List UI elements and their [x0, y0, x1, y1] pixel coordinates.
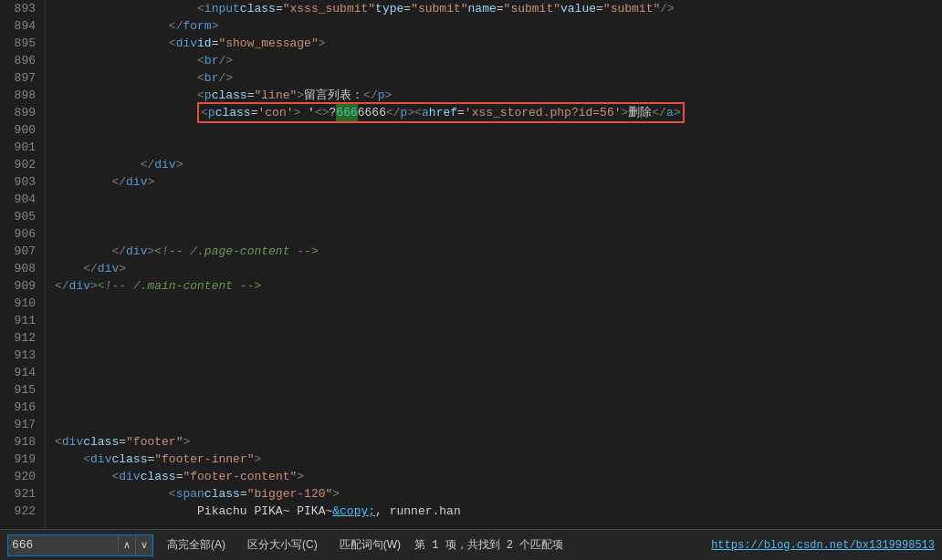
ln-897: 897: [7, 69, 36, 87]
find-complete-button[interactable]: 高完全部(A): [159, 534, 234, 556]
ln-896: 896: [7, 52, 36, 69]
code-line-913: [55, 347, 942, 364]
find-word-button[interactable]: 匹配词句(W): [331, 534, 409, 556]
ln-917: 917: [7, 416, 36, 433]
ln-900: 900: [7, 121, 36, 139]
ln-913: 913: [7, 347, 36, 364]
code-line-920: <div class="footer-content">: [55, 468, 942, 485]
code-line-904: [55, 191, 942, 208]
ln-908: 908: [7, 260, 36, 277]
ln-898: 898: [7, 87, 36, 104]
code-line-922: Pikachu PIKA~ PIKA~&copy;, runner.han: [55, 503, 942, 520]
code-line-911: [55, 312, 942, 329]
ln-920: 920: [7, 468, 36, 485]
code-line-896: <br />: [55, 52, 942, 69]
ln-912: 912: [7, 329, 36, 347]
code-line-903: </div>: [55, 173, 942, 191]
ln-907: 907: [7, 243, 36, 260]
code-line-907: </div><!-- /.page-content -->: [55, 243, 942, 260]
find-status: 第 1 项，共找到 2 个匹配项: [414, 537, 563, 553]
code-content: <input class="xsss_submit" type="submit"…: [46, 0, 942, 529]
code-line-905: [55, 208, 942, 225]
find-next-button[interactable]: ∨: [135, 535, 152, 555]
ln-901: 901: [7, 139, 36, 156]
ln-902: 902: [7, 156, 36, 173]
code-line-918: <div class="footer">: [55, 433, 942, 451]
ln-905: 905: [7, 208, 36, 225]
ln-906: 906: [7, 225, 36, 243]
find-prev-button[interactable]: ∧: [118, 535, 135, 555]
ln-919: 919: [7, 451, 36, 468]
code-line-914: [55, 364, 942, 381]
ln-916: 916: [7, 399, 36, 416]
ln-899: 899: [7, 104, 36, 121]
code-line-902: </div>: [55, 156, 942, 173]
code-line-915: [55, 381, 942, 399]
ln-914: 914: [7, 364, 36, 381]
code-line-909: </div><!-- /.main-content -->: [55, 277, 942, 295]
find-input-wrapper[interactable]: ∧ ∨: [7, 534, 153, 556]
find-case-button[interactable]: 区分大小写(C): [239, 534, 326, 556]
line-numbers: 893 894 895 896 897 898 899 900 901 902 …: [0, 0, 46, 529]
ln-893: 893: [7, 0, 36, 17]
code-line-899: <p class='con'> '<>?6666666</p><a href='…: [55, 104, 942, 121]
find-bar: ∧ ∨ 高完全部(A) 区分大小写(C) 匹配词句(W) 第 1 项，共找到 2…: [0, 529, 942, 560]
ln-910: 910: [7, 295, 36, 312]
ln-918: 918: [7, 433, 36, 451]
ln-921: 921: [7, 485, 36, 503]
ln-904: 904: [7, 191, 36, 208]
code-line-901: [55, 139, 942, 156]
code-line-893: <input class="xsss_submit" type="submit"…: [55, 0, 942, 17]
code-line-916: [55, 399, 942, 416]
code-line-894: </form>: [55, 17, 942, 35]
ln-922: 922: [7, 503, 36, 520]
code-line-908: </div>: [55, 260, 942, 277]
ln-915: 915: [7, 381, 36, 399]
code-line-897: <br />: [55, 69, 942, 87]
code-line-919: <div class="footer-inner">: [55, 451, 942, 468]
ln-903: 903: [7, 173, 36, 191]
code-line-910: [55, 295, 942, 312]
code-line-900: [55, 121, 942, 139]
code-line-917: [55, 416, 942, 433]
editor-area: 893 894 895 896 897 898 899 900 901 902 …: [0, 0, 942, 529]
code-line-906: [55, 225, 942, 243]
code-line-912: [55, 329, 942, 347]
code-line-895: <div id="show_message">: [55, 35, 942, 52]
find-input[interactable]: [8, 535, 118, 555]
ln-895: 895: [7, 35, 36, 52]
ln-911: 911: [7, 312, 36, 329]
code-line-921: <span class="bigger-120">: [55, 485, 942, 503]
code-container: 893 894 895 896 897 898 899 900 901 902 …: [0, 0, 942, 529]
ln-894: 894: [7, 17, 36, 35]
ln-909: 909: [7, 277, 36, 295]
status-link[interactable]: https://blog.csdn.net/bx1319998513: [711, 539, 935, 552]
